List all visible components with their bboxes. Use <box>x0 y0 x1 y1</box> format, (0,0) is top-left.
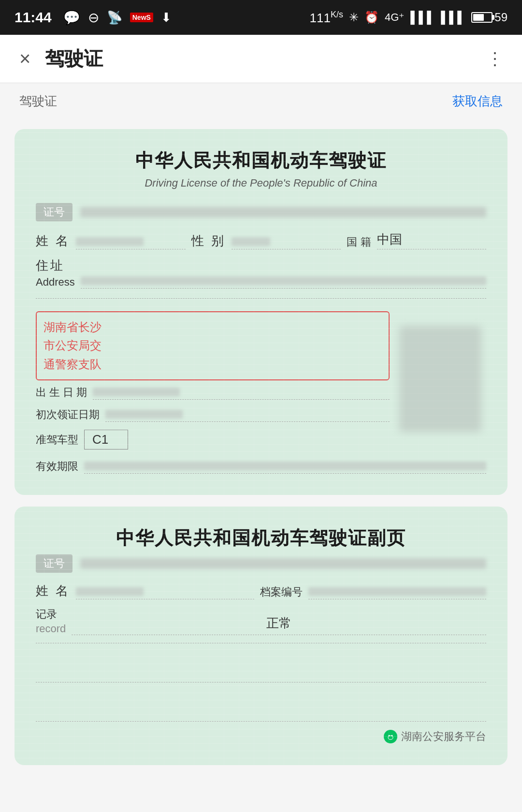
id-number-blur <box>80 207 486 218</box>
sub-separator-1 <box>36 643 486 643</box>
address-label-en: Address <box>36 276 75 289</box>
id-number-row: 证号 <box>36 203 486 221</box>
name-gender-row: 姓 名 性 别 国 籍 中国 <box>36 231 486 249</box>
record-label-cn: 记录 <box>36 607 66 622</box>
record-label-block: 记录 record <box>36 607 66 635</box>
signal-4g-icon: 4G⁺ <box>385 11 405 24</box>
alarm-icon: ⏰ <box>364 11 379 24</box>
address-row1: 住址 <box>36 257 486 274</box>
sub-card-title-cn: 中华人民共和国机动车驾驶证副页 <box>36 526 486 551</box>
left-content: 湖南省长沙 市公安局交 通警察支队 出 生 日 期 初次领证日期 <box>36 306 390 455</box>
record-row: 记录 record 正常 <box>36 607 486 635</box>
stamp-box: 湖南省长沙 市公安局交 通警察支队 <box>36 311 390 380</box>
id-badge: 证号 <box>36 203 72 221</box>
sub-name-label: 姓 名 <box>36 582 70 599</box>
app-bar: × 驾驶证 ⋮ <box>0 35 522 83</box>
wechat-icon: 💬 <box>63 10 80 26</box>
bottom-watermark: 湖南公安服务平台 <box>36 729 486 744</box>
watermark-text: 湖南公安服务平台 <box>401 729 486 744</box>
validity-row: 有效期限 <box>36 459 486 474</box>
wechat-mini-icon <box>387 733 394 740</box>
nationality-label: 国 籍 <box>347 235 371 249</box>
validity-value <box>84 462 486 474</box>
sub-id-number-row: 证号 <box>36 554 486 573</box>
validity-label: 有效期限 <box>36 459 78 474</box>
vehicle-type-row: 准驾车型 C1 <box>36 430 390 450</box>
stamp-line-3: 通警察支队 <box>44 355 382 374</box>
stamp-line-2: 市公安局交 <box>44 336 382 355</box>
first-issued-value <box>105 410 390 422</box>
status-right: 111K/s ✳ ⏰ 4G⁺ ▌▌▌ ▌▌▌ 59 <box>310 10 508 26</box>
bluetooth-icon: ✳ <box>349 11 359 24</box>
main-card-title-cn: 中华人民共和国机动车驾驶证 <box>36 148 486 173</box>
stamp-line-1: 湖南省长沙 <box>44 318 382 336</box>
record-value: 正常 <box>72 615 486 632</box>
message-icon: ⊖ <box>88 10 99 26</box>
nationality-value: 中国 <box>377 231 486 249</box>
birth-date-row: 出 生 日 期 <box>36 385 390 400</box>
sub-separator-3 <box>36 721 486 722</box>
sub-empty-area-2 <box>36 687 486 716</box>
status-left: 11:44 💬 ⊖ 📡 NewS ⬇ <box>14 9 172 26</box>
watermark-icon <box>384 730 397 743</box>
sub-id-number-blur <box>80 558 486 569</box>
record-label-en: record <box>36 623 66 635</box>
download-icon: ⬇ <box>161 10 172 25</box>
sub-empty-area-1 <box>36 648 486 677</box>
status-bar: 11:44 💬 ⊖ 📡 NewS ⬇ 111K/s ✳ ⏰ 4G⁺ ▌▌▌ ▌▌… <box>0 0 522 35</box>
signal-bars-icon: ▌▌▌ <box>410 11 435 24</box>
address-row2: Address <box>36 276 486 289</box>
sub-separator-2 <box>36 682 486 682</box>
address-value <box>81 276 486 289</box>
main-card-title-en: Driving License of the People's Republic… <box>36 177 486 189</box>
photo-section <box>399 306 486 455</box>
content-with-photo: 湖南省长沙 市公安局交 通警察支队 出 生 日 期 初次领证日期 <box>36 306 486 455</box>
battery-fill <box>473 14 483 21</box>
signal-bars2-icon: ▌▌▌ <box>441 11 465 24</box>
battery-icon <box>471 12 493 23</box>
address-section: 住址 Address <box>36 257 486 289</box>
battery-indicator: 59 <box>471 11 508 24</box>
name-label: 姓 名 <box>36 232 70 249</box>
vehicle-type-label: 准驾车型 <box>36 433 78 447</box>
wifi-icon: 📡 <box>107 10 122 25</box>
gender-value <box>232 237 341 249</box>
birth-date-value <box>93 388 390 400</box>
breadcrumb-bar: 驾驶证 获取信息 <box>0 83 522 119</box>
cards-container: 中华人民共和国机动车驾驶证 Driving License of the Peo… <box>0 119 522 784</box>
sub-id-badge: 证号 <box>36 554 72 573</box>
sub-name-value <box>76 587 254 599</box>
get-info-button[interactable]: 获取信息 <box>452 93 503 110</box>
address-label-cn: 住址 <box>36 257 65 274</box>
breadcrumb-label: 驾驶证 <box>19 93 57 110</box>
vehicle-type-value: C1 <box>84 430 128 450</box>
page-title: 驾驶证 <box>45 45 486 72</box>
speed-display: 111K/s <box>310 10 343 26</box>
first-issued-label: 初次领证日期 <box>36 407 100 422</box>
status-time: 11:44 <box>14 9 52 26</box>
person-photo <box>399 326 481 432</box>
gender-label: 性 别 <box>191 232 226 249</box>
license-sub-card: 中华人民共和国机动车驾驶证副页 证号 姓 名 档案编号 记录 record 正常 <box>14 507 508 765</box>
more-options-button[interactable]: ⋮ <box>486 49 503 69</box>
news-badge: NewS <box>130 13 153 22</box>
name-value <box>76 237 185 249</box>
archive-no-label: 档案编号 <box>260 585 303 599</box>
license-main-card: 中华人民共和国机动车驾驶证 Driving License of the Peo… <box>14 129 508 495</box>
sub-name-archive-row: 姓 名 档案编号 <box>36 582 486 599</box>
battery-percent: 59 <box>494 11 508 24</box>
separator-1 <box>36 298 486 299</box>
record-value-line: 正常 <box>72 615 486 635</box>
birth-date-label: 出 生 日 期 <box>36 385 87 400</box>
first-issued-row: 初次领证日期 <box>36 407 390 422</box>
archive-no-value <box>308 587 486 599</box>
close-button[interactable]: × <box>19 48 30 70</box>
